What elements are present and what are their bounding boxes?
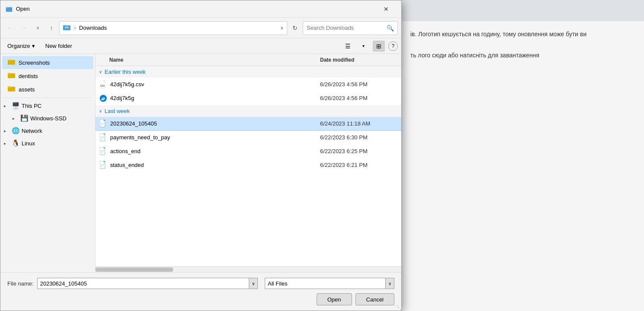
sidebar-item-linux[interactable]: ▸ 🐧 Linux <box>2 137 93 149</box>
file-date-status: 6/22/2023 6:21 PM <box>320 162 398 168</box>
new-folder-label: New folder <box>45 43 72 49</box>
file-list-container: Name Date modified ∨ Earlier this week C… <box>95 54 401 272</box>
file-icon-payments <box>99 133 108 142</box>
address-separator: > <box>73 25 76 31</box>
network-icon: 🌐 <box>12 127 20 135</box>
file-list-header: Name Date modified <box>95 54 401 66</box>
table-row[interactable]: payments_need_to_pay 6/22/2023 6:30 PM <box>95 131 401 145</box>
search-input[interactable] <box>307 25 384 31</box>
table-row[interactable]: 20230624_105405 6/24/2023 11:18 AM <box>95 117 401 131</box>
dialog-close-button[interactable]: ✕ <box>376 3 396 16</box>
file-name-dropdown-button[interactable]: ∨ <box>249 278 258 289</box>
up-icon: ↑ <box>50 25 53 31</box>
svg-rect-5 <box>8 60 11 61</box>
section-last-week[interactable]: ∨ Last week <box>95 105 401 117</box>
svg-rect-3 <box>63 25 66 26</box>
file-icon-20230624 <box>99 119 108 128</box>
expand-icon-linux: ▸ <box>4 141 10 146</box>
page-text-1: ів. Логотип кешується на годину, тому он… <box>410 30 635 39</box>
svg-rect-1 <box>6 7 9 8</box>
address-folder-icon <box>63 24 71 32</box>
dropdown-icon: ∨ <box>36 25 39 30</box>
expand-icon-this-pc: ▸ <box>4 104 10 108</box>
file-list-area[interactable]: Name Date modified ∨ Earlier this week C… <box>95 54 401 266</box>
dialog-titlebar: Open ✕ <box>0 0 401 18</box>
view-list-button[interactable]: ☰ <box>342 41 354 52</box>
file-name-input-group: ∨ <box>37 278 258 289</box>
cancel-button[interactable]: Cancel <box>355 293 394 305</box>
linux-icon: 🐧 <box>12 139 20 147</box>
address-bar[interactable]: > Downloads ∨ <box>59 21 287 35</box>
col-date-header: Date modified <box>320 57 398 63</box>
folder-icon-dentists <box>7 72 16 80</box>
dialog-bottom: File name: ∨ All Files ∨ Open Cancel <box>0 272 401 311</box>
table-row[interactable]: actions_end 6/22/2023 6:25 PM <box>95 145 401 158</box>
sidebar-label-linux: Linux <box>22 140 35 147</box>
file-name-payments: payments_need_to_pay <box>110 134 320 141</box>
svg-rect-9 <box>8 86 11 88</box>
file-date-edge: 6/26/2023 4:56 PM <box>320 95 398 101</box>
sidebar-item-this-pc[interactable]: ▸ 🖥️ This PC <box>2 100 93 112</box>
titlebar-controls: ✕ <box>376 3 396 16</box>
sidebar-item-network[interactable]: ▸ 🌐 Network <box>2 125 93 137</box>
sidebar-item-windows-ssd[interactable]: ▸ 💾 Windows-SSD <box>2 112 93 124</box>
sidebar-item-assets[interactable]: assets <box>2 83 93 96</box>
dialog-sidebar: Screenshots dentists <box>0 54 95 272</box>
search-box[interactable]: 🔍 <box>303 21 398 35</box>
sidebar-label-assets: assets <box>19 86 35 93</box>
view-panel-button[interactable]: ⊞ <box>373 41 385 52</box>
file-name-actions: actions_end <box>110 148 320 154</box>
forward-icon: → <box>21 25 27 31</box>
page-content: ів. Логотип кешується на годину, тому он… <box>402 21 644 311</box>
drive-icon: 💾 <box>20 114 29 122</box>
organize-arrow-icon: ▾ <box>32 43 35 49</box>
file-icon-actions <box>99 147 108 156</box>
back-button[interactable]: ← <box>4 22 16 34</box>
sidebar-label-network: Network <box>22 128 42 134</box>
file-type-group: All Files ∨ <box>265 278 394 289</box>
forward-button[interactable]: → <box>18 22 30 34</box>
dialog-address-toolbar: ← → ∨ ↑ > Downloads ∨ ↻ <box>0 18 401 38</box>
file-type-value: All Files <box>268 280 288 287</box>
expand-icon-network: ▸ <box>4 129 10 133</box>
file-name-input[interactable] <box>37 278 249 289</box>
new-folder-button[interactable]: New folder <box>42 41 76 52</box>
sidebar-label-windows-ssd: Windows-SSD <box>30 115 67 122</box>
view-dropdown-button[interactable]: ▾ <box>357 41 369 52</box>
sidebar-label-screenshots: Screenshots <box>19 60 50 66</box>
dialog-action-toolbar: Organize ▾ New folder ☰ ▾ ⊞ ? <box>0 38 401 54</box>
dropdown-recent-button[interactable]: ∨ <box>32 22 44 34</box>
address-text: Downloads <box>79 25 278 31</box>
page-text-2: ть лого сюди або натисніть для завантаже… <box>410 51 635 60</box>
svg-rect-7 <box>8 73 11 74</box>
table-row[interactable]: status_ended 6/22/2023 6:21 PM <box>95 158 401 172</box>
file-name-20230624: 20230624_105405 <box>110 120 320 127</box>
sidebar-label-dentists: dentists <box>19 73 38 79</box>
file-type-dropdown-button[interactable]: ∨ <box>386 278 394 289</box>
sidebar-item-dentists[interactable]: dentists <box>2 69 93 82</box>
help-button[interactable]: ? <box>388 41 398 51</box>
file-icon-status <box>99 161 108 170</box>
horizontal-scrollbar[interactable] <box>95 266 401 272</box>
file-type-select[interactable]: All Files <box>265 278 386 289</box>
search-icon: 🔍 <box>387 25 394 31</box>
section-label-last: Last week <box>105 108 130 114</box>
up-button[interactable]: ↑ <box>45 22 57 34</box>
help-icon: ? <box>392 43 395 49</box>
hscroll-thumb <box>95 267 173 272</box>
section-earlier-this-week[interactable]: ∨ Earlier this week <box>95 66 401 78</box>
file-date-actions: 6/22/2023 6:25 PM <box>320 148 398 154</box>
table-row[interactable]: CSV 42dij7k5g.csv 6/26/2023 4:56 PM <box>95 78 401 91</box>
open-button[interactable]: Open <box>317 293 352 305</box>
resize-handle[interactable]: ⋱ <box>394 304 401 311</box>
table-row[interactable]: 42dij7k5g 6/26/2023 4:56 PM <box>95 91 401 105</box>
sidebar-item-screenshots[interactable]: Screenshots <box>2 56 93 69</box>
dialog-main-content: Screenshots dentists <box>0 54 401 272</box>
section-label-earlier: Earlier this week <box>105 69 146 75</box>
file-open-dialog: Open ✕ ← → ∨ ↑ > <box>0 0 402 311</box>
dialog-title-text: Open <box>16 6 376 12</box>
expand-icon-windows-ssd: ▸ <box>13 116 19 121</box>
refresh-button[interactable]: ↻ <box>289 22 301 34</box>
folder-icon <box>7 58 16 67</box>
organize-button[interactable]: Organize ▾ <box>4 41 38 52</box>
